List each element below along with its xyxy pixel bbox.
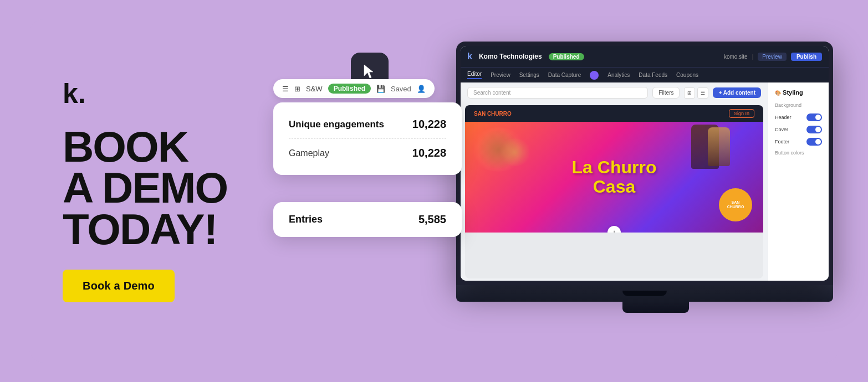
sidebar-footer-toggle: Footer (775, 138, 822, 146)
right-section: ☰ ⊞ S&W Published 💾 Saved 👤 Unique engag… (262, 19, 839, 363)
cursor-icon (360, 61, 380, 81)
add-content-button[interactable]: + Add content (713, 87, 761, 98)
komo-logo: k. (63, 80, 240, 110)
entries-card: Entries 5,585 (273, 202, 462, 237)
nav-avatar-icon (590, 71, 599, 80)
app-topbar-right: komo.site | Preview Publish (724, 53, 822, 61)
app-sidebar: 🎨 Styling Background Header (768, 82, 829, 281)
analytics-row-gameplay: Gameplay 10,228 (289, 142, 446, 164)
main-container: k. BOOK A DEMO TODAY! Book a Demo ☰ ⊞ S&… (29, 19, 839, 363)
sidebar-cover-label: Cover (775, 127, 788, 132)
san-churro-badge-text: SANCHURRO (727, 200, 744, 210)
toolbar-menu-icon: ☰ (282, 85, 289, 93)
book-demo-button[interactable]: Book a Demo (63, 270, 175, 302)
nav-data-capture[interactable]: Data Capture (548, 72, 581, 78)
toolbar-strip: ☰ ⊞ S&W Published 💾 Saved 👤 (273, 79, 435, 98)
analytics-card: Unique engagements 10,228 Gameplay 10,22… (273, 102, 462, 175)
sidebar-background-section: Background (775, 102, 822, 108)
toolbar-avatar-icon: 👤 (417, 85, 426, 93)
nav-editor[interactable]: Editor (467, 71, 482, 79)
campaign-brand-name: SAN CHURRO (474, 111, 512, 117)
entries-value: 5,585 (418, 213, 446, 226)
campaign-header: SAN CHURRO Sign In (465, 105, 763, 122)
sidebar-footer-label: Footer (775, 139, 789, 144)
sidebar-button-colors-section: Button colors (775, 150, 822, 156)
app-topbar: k Komo Technologies Published komo.site … (461, 46, 829, 67)
unique-engagements-value: 10,228 (412, 118, 446, 131)
nav-data-feeds[interactable]: Data Feeds (639, 72, 667, 78)
add-section-button[interactable]: + (607, 226, 621, 233)
toolbar-grid-icon: ⊞ (294, 85, 300, 93)
nav-coupons[interactable]: Coupons (676, 72, 698, 78)
sidebar-header-label: Header (775, 115, 792, 120)
campaign-signin-button[interactable]: Sign In (729, 109, 754, 118)
laptop-container: k Komo Technologies Published komo.site … (456, 42, 855, 340)
nav-analytics[interactable]: Analytics (607, 72, 630, 78)
cover-toggle[interactable] (806, 126, 822, 133)
left-section: k. BOOK A DEMO TODAY! Book a Demo (29, 58, 262, 324)
laptop-notch (622, 291, 667, 296)
gameplay-label: Gameplay (289, 148, 329, 158)
campaign-hero: La Churro Casa SANCHURRO (465, 122, 763, 233)
unique-engagements-label: Unique engagements (289, 119, 384, 130)
toolbar-published-badge: Published (328, 84, 371, 94)
app-search-bar: Search content Filters ⊞ ☰ + Add content (461, 82, 768, 103)
app-content-area: Search content Filters ⊞ ☰ + Add content (461, 82, 829, 281)
toolbar-saved-text: Saved (391, 85, 411, 93)
laptop-screen-inner: k Komo Technologies Published komo.site … (461, 46, 829, 281)
app-komo-site: komo.site (724, 54, 748, 60)
app-canvas: SAN CHURRO Sign In (465, 105, 763, 278)
app-published-badge: Published (549, 53, 584, 60)
san-churro-badge: SANCHURRO (719, 188, 752, 221)
nav-settings[interactable]: Settings (519, 72, 539, 78)
svg-text:k.: k. (63, 80, 86, 107)
sidebar-background-label: Background (775, 102, 822, 108)
nav-preview[interactable]: Preview (491, 72, 510, 78)
search-input[interactable]: Search content (467, 87, 648, 99)
app-publish-button[interactable]: Publish (791, 53, 822, 61)
header-toggle[interactable] (806, 113, 822, 121)
sidebar-button-colors-label: Button colors (775, 150, 822, 156)
toolbar-save-icon: 💾 (376, 85, 385, 93)
headline-line3: TODAY! (63, 205, 217, 254)
campaign-hero-text: La Churro Casa (572, 158, 657, 197)
app-main-content: Search content Filters ⊞ ☰ + Add content (461, 82, 768, 281)
analytics-row-unique: Unique engagements 10,228 (289, 113, 446, 139)
filters-button[interactable]: Filters (652, 87, 680, 99)
app-brand-name: Komo Technologies (479, 53, 542, 60)
grid-view-icon[interactable]: ⊞ (684, 87, 695, 99)
toolbar-brand: S&W (306, 85, 323, 93)
sidebar-header-toggle: Header (775, 113, 822, 121)
komo-logo-svg: k. (63, 80, 101, 107)
app-nav: Editor Preview Settings Data Capture Ana… (461, 67, 829, 82)
laptop-stand (622, 302, 689, 313)
sidebar-title: 🎨 Styling (775, 89, 822, 96)
headline: BOOK A DEMO TODAY! (63, 126, 240, 249)
app-logo-k: k (467, 51, 472, 61)
view-toggle-icons: ⊞ ☰ (684, 87, 708, 99)
footer-toggle[interactable] (806, 138, 822, 146)
laptop-screen-outer: k Komo Technologies Published komo.site … (456, 42, 833, 285)
sidebar-cover-toggle: Cover (775, 126, 822, 133)
list-view-icon[interactable]: ☰ (697, 87, 708, 99)
entries-label: Entries (289, 214, 323, 225)
app-preview-button[interactable]: Preview (758, 53, 787, 61)
gameplay-value: 10,228 (412, 147, 446, 159)
laptop-base (456, 285, 833, 302)
